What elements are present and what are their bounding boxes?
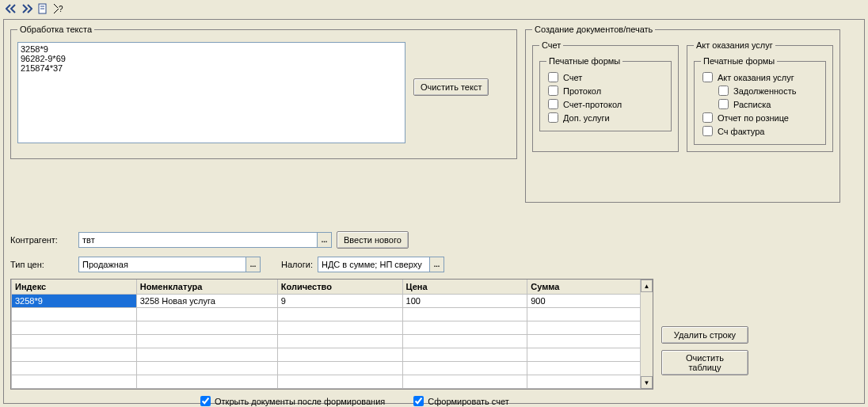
act-check-label: Акт оказания услуг [718, 73, 794, 82]
clear-text-button[interactable]: Очистить текст [413, 78, 489, 96]
items-grid[interactable]: ИндексНоменклатураКоличествоЦенаСумма 32… [10, 279, 653, 390]
text-input[interactable]: 3258*9 96282-9*69 215874*37 [17, 42, 405, 143]
price-type-input[interactable] [79, 257, 246, 272]
invoice-check-3[interactable] [548, 112, 558, 123]
table-row[interactable] [12, 348, 653, 361]
create-docs-group: Создание документов/печать Счет Печатные… [525, 25, 840, 203]
svg-text:?: ? [59, 5, 63, 13]
act-print-legend: Печатные формы [701, 56, 777, 66]
invoice-print-group: Печатные формы СчетПротоколСчет-протокол… [539, 56, 672, 131]
table-row[interactable] [12, 321, 653, 334]
table-row[interactable] [12, 307, 653, 321]
invoice-check-label: Протокол [563, 86, 601, 96]
table-row[interactable] [12, 334, 653, 348]
scroll-down-icon[interactable]: ▼ [641, 376, 653, 389]
act-check-label: Отчет по рознице [718, 113, 789, 123]
invoice-check-2[interactable] [548, 99, 558, 109]
rewind-icon[interactable] [5, 2, 17, 15]
grid-scrollbar[interactable]: ▲ ▼ [640, 280, 653, 389]
contragent-combo[interactable]: ... [78, 232, 332, 248]
clear-table-button[interactable]: Очистить таблицу [661, 350, 748, 375]
column-header[interactable]: Количество [277, 280, 402, 294]
invoice-legend: Счет [539, 40, 563, 50]
act-legend: Акт оказания услуг [694, 40, 775, 50]
act-check-label: Сч фактура [718, 127, 765, 136]
scroll-up-icon[interactable]: ▲ [641, 280, 653, 292]
taxes-picker-icon[interactable]: ... [429, 257, 444, 272]
contragent-label: Контрагент: [10, 235, 74, 245]
act-check-2[interactable] [718, 99, 729, 109]
invoice-print-legend: Печатные формы [546, 56, 622, 66]
toolbar: ? [0, 0, 868, 17]
column-header[interactable]: Сумма [527, 280, 653, 294]
column-header[interactable]: Цена [402, 280, 527, 294]
text-processing-group: Обработка текста 3258*9 96282-9*69 21587… [10, 25, 517, 159]
doc-icon[interactable] [36, 2, 49, 15]
column-header[interactable]: Индекс [12, 280, 137, 294]
contragent-input[interactable] [79, 233, 317, 247]
invoice-check-label: Счет-протокол [563, 100, 622, 109]
help-icon[interactable]: ? [52, 2, 65, 15]
fastforward-icon[interactable] [21, 2, 33, 15]
taxes-label: Налоги: [281, 260, 313, 269]
invoice-group: Счет Печатные формы СчетПротоколСчет-про… [532, 40, 679, 152]
price-type-combo[interactable]: ... [78, 257, 261, 272]
price-type-label: Тип цен: [10, 260, 74, 269]
taxes-combo[interactable]: ... [318, 257, 444, 272]
price-type-picker-icon[interactable]: ... [246, 257, 260, 272]
invoice-check-1[interactable] [548, 86, 558, 96]
act-check-0[interactable] [702, 72, 713, 82]
act-check-1[interactable] [718, 86, 729, 96]
invoice-check-label: Доп. услуги [563, 113, 610, 123]
contragent-picker-icon[interactable]: ... [317, 233, 331, 247]
table-row[interactable]: 3258*93258 Новая услуга9100900 [12, 294, 653, 307]
new-contragent-button[interactable]: Ввести нового [337, 231, 409, 249]
delete-row-button[interactable]: Удалить строку [661, 326, 748, 344]
table-row[interactable] [12, 375, 653, 388]
invoice-check-0[interactable] [548, 72, 558, 82]
create-docs-legend: Создание документов/печать [532, 25, 655, 34]
act-check-label: Расписка [733, 100, 771, 109]
taxes-input[interactable] [318, 257, 429, 272]
act-group: Акт оказания услуг Печатные формы Акт ок… [687, 40, 833, 152]
act-check-4[interactable] [702, 126, 713, 136]
column-header[interactable]: Номенклатура [136, 280, 277, 294]
act-print-group: Печатные формы Акт оказания услугЗадолже… [694, 56, 826, 145]
invoice-check-label: Счет [563, 73, 582, 82]
table-row[interactable] [12, 361, 653, 375]
open-after-check[interactable]: Открыть документы после формирования [200, 396, 385, 406]
text-processing-legend: Обработка текста [17, 25, 94, 34]
act-check-label: Задолженность [733, 86, 797, 96]
act-check-3[interactable] [702, 112, 713, 123]
main-panel: Обработка текста 3258*9 96282-9*69 21587… [3, 19, 865, 404]
form-invoice-check[interactable]: Сформировать счет [413, 396, 509, 406]
